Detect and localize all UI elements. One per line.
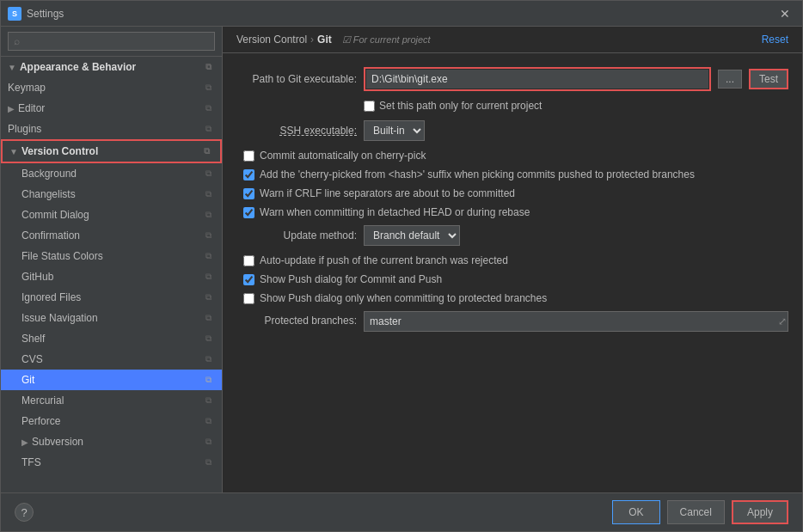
sidebar-item-git[interactable]: Git ⧉ (1, 370, 222, 390)
ssh-row: SSH executable: Built-in Native (236, 120, 788, 141)
sidebar-item-mercurial[interactable]: Mercurial ⧉ (1, 390, 222, 411)
sidebar-item-editor[interactable]: ▶ Editor ⧉ (1, 98, 222, 119)
sidebar-item-cvs[interactable]: CVS ⧉ (1, 349, 222, 370)
sidebar-label-keymap: Keymap (8, 82, 46, 94)
sidebar-label-ignored: Ignored Files (21, 291, 81, 303)
content-area: ▼ Appearance & Behavior ⧉ Keymap ⧉ ▶ Edi… (1, 27, 802, 492)
expand-protected-button[interactable]: ⤢ (778, 315, 787, 327)
copy-icon-sh: ⧉ (205, 333, 211, 344)
copy-icon-pf: ⧉ (205, 416, 211, 426)
ok-button[interactable]: OK (612, 500, 659, 524)
sidebar-item-confirmation[interactable]: Confirmation ⧉ (1, 225, 222, 246)
ssh-select[interactable]: Built-in Native (364, 120, 425, 141)
copy-icon-svn: ⧉ (205, 437, 211, 447)
bottom-bar: ? OK Cancel Apply (1, 492, 802, 531)
sidebar-label-subversion: Subversion (32, 436, 83, 448)
sidebar-item-tfs[interactable]: TFS ⧉ (1, 452, 222, 473)
ssh-label: SSH executable: (236, 125, 357, 137)
warn-detached-label: Warn when committing in detached HEAD or… (260, 206, 530, 218)
sidebar-item-file-status-colors[interactable]: File Status Colors ⧉ (1, 246, 222, 266)
sidebar-label-perforce: Perforce (21, 415, 60, 427)
warn-crlf-checkbox[interactable] (243, 188, 254, 199)
copy-icon-gh: ⧉ (205, 272, 211, 282)
copy-icon-ig: ⧉ (205, 292, 211, 303)
sidebar-item-subversion[interactable]: ▶ Subversion ⧉ (1, 431, 222, 452)
copy-icon-tfs: ⧉ (205, 457, 211, 468)
panel-header: Version Control › Git ☑ For current proj… (223, 27, 802, 53)
path-input[interactable] (366, 70, 708, 89)
test-button[interactable]: Test (749, 69, 788, 89)
commit-auto-checkbox[interactable] (243, 150, 254, 162)
sidebar-item-shelf[interactable]: Shelf ⧉ (1, 328, 222, 349)
sidebar-label-cvs: CVS (21, 353, 43, 365)
sidebar-item-appearance-behavior[interactable]: ▼ Appearance & Behavior ⧉ (1, 57, 222, 77)
show-push-checkbox[interactable] (243, 274, 254, 285)
sidebar-item-plugins[interactable]: Plugins ⧉ (1, 119, 222, 139)
copy-icon-vc: ⧉ (204, 146, 210, 156)
sidebar-label-changelists: Changelists (21, 188, 76, 200)
sidebar-label-editor: Editor (18, 102, 45, 114)
cancel-button[interactable]: Cancel (667, 500, 725, 524)
copy-icon-editor: ⧉ (205, 103, 211, 113)
chevron-right-icon-editor: ▶ (8, 104, 15, 113)
copy-icon-bg: ⧉ (205, 168, 211, 179)
copy-icon-fsc: ⧉ (205, 251, 211, 261)
sidebar-label-background: Background (21, 168, 77, 180)
breadcrumb: Version Control › Git ☑ For current proj… (236, 34, 431, 46)
sidebar-item-perforce[interactable]: Perforce ⧉ (1, 411, 222, 431)
for-current-label: ☑ For current project (342, 34, 431, 46)
panel-body: Path to Git executable: ... Test Set thi… (223, 53, 802, 492)
update-method-row: Update method: Branch default Merge Reba… (236, 225, 788, 246)
auto-update-label: Auto-update if push of the current branc… (260, 254, 508, 266)
chevron-down-icon: ▼ (8, 63, 16, 72)
copy-icon-in: ⧉ (205, 313, 211, 323)
sidebar-item-version-control[interactable]: ▼ Version Control ⧉ (1, 139, 222, 163)
sidebar-item-keymap[interactable]: Keymap ⧉ (1, 77, 222, 98)
main-panel: Version Control › Git ☑ For current proj… (223, 27, 802, 492)
warn-detached-checkbox[interactable] (243, 207, 254, 218)
sidebar-item-ignored-files[interactable]: Ignored Files ⧉ (1, 287, 222, 308)
sidebar-label-fsc: File Status Colors (21, 250, 103, 262)
title-bar-left: S Settings (8, 7, 64, 21)
protected-input[interactable] (364, 311, 788, 332)
sidebar: ▼ Appearance & Behavior ⧉ Keymap ⧉ ▶ Edi… (1, 27, 223, 492)
sidebar-label-tfs: TFS (21, 456, 41, 468)
auto-update-checkbox[interactable] (243, 255, 254, 266)
update-method-label: Update method: (236, 229, 357, 242)
help-button[interactable]: ? (15, 503, 34, 522)
breadcrumb-current: Git (317, 34, 332, 46)
svg-text:S: S (12, 9, 17, 18)
copy-icon-appearance: ⧉ (205, 62, 211, 72)
close-button[interactable]: ✕ (775, 5, 795, 22)
update-method-select[interactable]: Branch default Merge Rebase (364, 225, 460, 246)
copy-icon-cvs: ⧉ (205, 354, 211, 364)
reset-link[interactable]: Reset (762, 34, 788, 46)
sidebar-label-git: Git (21, 374, 34, 386)
sidebar-label-issue: Issue Navigation (21, 312, 98, 324)
sidebar-label-mercurial: Mercurial (21, 394, 64, 407)
chevron-right-icon-svn: ▶ (21, 437, 28, 447)
warn-detached-row: Warn when committing in detached HEAD or… (243, 206, 788, 218)
show-push-only-label: Show Push dialog only when committing to… (260, 292, 547, 304)
sidebar-item-issue-navigation[interactable]: Issue Navigation ⧉ (1, 308, 222, 328)
sidebar-label-commit: Commit Dialog (21, 209, 89, 221)
chevron-down-icon-vc: ▼ (9, 147, 18, 156)
path-label: Path to Git executable: (236, 73, 357, 85)
sidebar-item-github[interactable]: GitHub ⧉ (1, 266, 222, 287)
show-push-only-checkbox[interactable] (243, 293, 254, 304)
checkbox-for-current: ☑ (342, 34, 351, 45)
add-suffix-checkbox[interactable] (243, 169, 254, 180)
sidebar-item-changelists[interactable]: Changelists ⧉ (1, 184, 222, 205)
warn-crlf-label: Warn if CRLF line separators are about t… (260, 187, 515, 199)
commit-auto-row: Commit automatically on cherry-pick (243, 150, 788, 162)
search-input[interactable] (8, 32, 215, 51)
copy-icon-keymap: ⧉ (205, 83, 211, 93)
add-suffix-row: Add the 'cherry-picked from <hash>' suff… (243, 168, 788, 180)
set-path-checkbox[interactable] (364, 101, 375, 112)
copy-icon-git: ⧉ (205, 375, 211, 385)
sidebar-item-commit-dialog[interactable]: Commit Dialog ⧉ (1, 205, 222, 225)
sidebar-item-background[interactable]: Background ⧉ (1, 163, 222, 184)
browse-button[interactable]: ... (718, 70, 742, 89)
apply-button[interactable]: Apply (732, 500, 788, 524)
copy-icon-hg: ⧉ (205, 395, 211, 406)
